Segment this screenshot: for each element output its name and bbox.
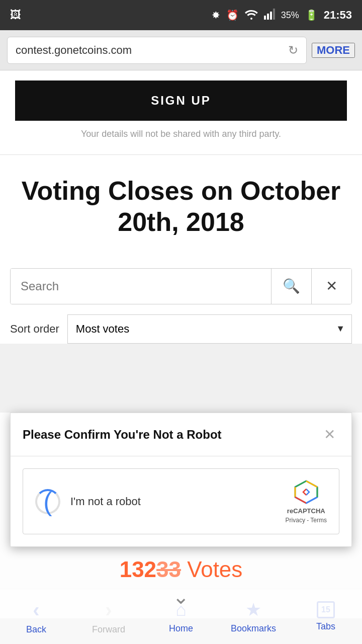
- search-bar: 🔍 ✕: [10, 268, 352, 304]
- chevron-down-icon: ⌄: [10, 585, 352, 608]
- search-button[interactable]: 🔍: [271, 269, 311, 304]
- recaptcha-logo-area: reCAPTCHA Privacy - Terms: [286, 479, 327, 524]
- votes-count: 132: [120, 557, 156, 582]
- tabs-label: Tabs: [316, 621, 335, 632]
- sort-label: Sort order: [10, 323, 59, 336]
- clear-icon: ✕: [326, 278, 337, 294]
- votes-section: 13233 Votes ⌄: [0, 547, 362, 618]
- voting-title: Voting Closes on October 20th, 2018: [15, 175, 347, 238]
- search-input[interactable]: [11, 269, 271, 304]
- clear-button[interactable]: ✕: [311, 269, 351, 304]
- recaptcha-logo-icon: [293, 479, 319, 505]
- svg-rect-0: [264, 16, 266, 20]
- home-label: Home: [169, 623, 193, 634]
- url-bar[interactable]: contest.gonetcoins.com ↻: [7, 37, 307, 64]
- browser-bar: contest.gonetcoins.com ↻ MORE: [0, 30, 362, 70]
- screen-icon: 🖼: [10, 9, 21, 22]
- signal-icon: [264, 9, 275, 22]
- status-bar: 🖼 ✸ ⏰ 35% 🔋 21:53: [0, 0, 362, 30]
- modal-header: Please Confirm You're Not a Robot ✕: [11, 413, 351, 456]
- modal-close-button[interactable]: ✕: [320, 424, 339, 445]
- svg-rect-1: [267, 14, 269, 20]
- battery-text: 35%: [281, 10, 299, 21]
- robot-confirm-modal: Please Confirm You're Not a Robot ✕ ( I'…: [10, 413, 352, 547]
- spinner-arc: (: [43, 489, 52, 515]
- recaptcha-brand-name: reCAPTCHA: [287, 507, 325, 515]
- recaptcha-label: I'm not a robot: [70, 495, 276, 508]
- votes-obfuscated: 33: [156, 557, 181, 582]
- search-icon: 🔍: [283, 278, 300, 294]
- modal-overlay: Please Confirm You're Not a Robot ✕ ( I'…: [0, 413, 362, 618]
- more-button[interactable]: MORE: [312, 43, 355, 58]
- search-section: 🔍 ✕: [0, 268, 362, 304]
- bluetooth-icon: ✸: [212, 9, 220, 21]
- votes-suffix: Votes: [181, 557, 242, 582]
- voting-section: Voting Closes on October 20th, 2018: [0, 155, 362, 268]
- privacy-text: Your details will not be shared with any…: [15, 129, 347, 139]
- wifi-icon: [245, 9, 258, 22]
- url-text: contest.gonetcoins.com: [16, 44, 283, 57]
- forward-label: Forward: [92, 624, 125, 635]
- recaptcha-loading-spinner: (: [35, 489, 60, 514]
- sort-container: Most votes Least votes A-Z Z-A ▼: [67, 314, 352, 344]
- sort-section: Sort order Most votes Least votes A-Z Z-…: [0, 314, 362, 344]
- svg-rect-2: [270, 12, 272, 20]
- modal-title: Please Confirm You're Not a Robot: [23, 428, 222, 442]
- svg-rect-3: [273, 9, 275, 20]
- back-label: Back: [26, 624, 46, 635]
- votes-display: 13233 Votes: [10, 557, 352, 582]
- recaptcha-links[interactable]: Privacy - Terms: [286, 517, 327, 524]
- status-time: 21:53: [324, 9, 352, 22]
- signup-button[interactable]: SIGN UP: [15, 80, 347, 121]
- sort-select[interactable]: Most votes Least votes A-Z Z-A: [67, 314, 352, 344]
- page-content: SIGN UP Your details will not be shared …: [0, 70, 362, 344]
- alarm-icon: ⏰: [226, 9, 239, 21]
- battery-icon: 🔋: [305, 9, 318, 21]
- recaptcha-box[interactable]: ( I'm not a robot: [23, 468, 339, 534]
- bookmarks-label: Bookmarks: [231, 623, 276, 634]
- signup-section: SIGN UP Your details will not be shared …: [0, 70, 362, 155]
- modal-body: ( I'm not a robot: [11, 456, 351, 546]
- refresh-icon[interactable]: ↻: [288, 43, 298, 57]
